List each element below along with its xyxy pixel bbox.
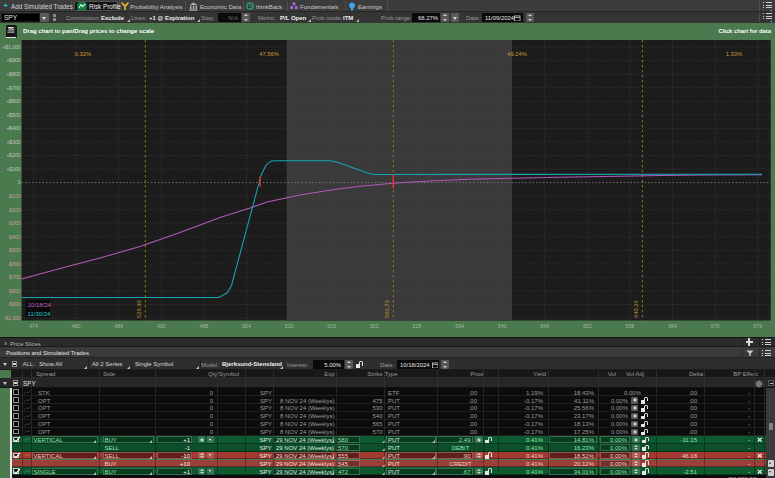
svg-text:+$1,000: +$1,000 xyxy=(2,44,20,50)
svg-text:-$1,000: -$1,000 xyxy=(4,315,21,321)
svg-text:566.73: 566.73 xyxy=(384,300,390,318)
svg-text:+$100: +$100 xyxy=(6,166,20,172)
svg-text:570: 570 xyxy=(711,323,720,329)
svg-text:480: 480 xyxy=(72,323,81,329)
svg-text:+$200: +$200 xyxy=(6,152,20,158)
svg-text:47.56%: 47.56% xyxy=(259,51,279,57)
svg-text:+$500: +$500 xyxy=(6,112,20,118)
svg-text:546: 546 xyxy=(540,323,549,329)
svg-text:576: 576 xyxy=(753,323,762,329)
svg-text:504: 504 xyxy=(242,323,251,329)
svg-text:-$500: -$500 xyxy=(8,247,21,253)
svg-text:522: 522 xyxy=(370,323,379,329)
svg-text:540: 540 xyxy=(498,323,507,329)
svg-text:-$100: -$100 xyxy=(8,193,21,199)
svg-text:552: 552 xyxy=(583,323,592,329)
svg-text:-$400: -$400 xyxy=(8,234,21,240)
svg-text:-$600: -$600 xyxy=(8,261,21,267)
svg-text:-$200: -$200 xyxy=(8,207,21,213)
svg-text:-$300: -$300 xyxy=(8,220,21,226)
svg-text:-$900: -$900 xyxy=(8,301,21,307)
svg-text:49.24%: 49.24% xyxy=(507,51,527,57)
svg-text:+$400: +$400 xyxy=(6,125,20,131)
svg-text:516: 516 xyxy=(327,323,336,329)
svg-text:558: 558 xyxy=(626,323,635,329)
svg-text:0.32%: 0.32% xyxy=(75,51,91,57)
svg-text:+$800: +$800 xyxy=(6,71,20,77)
svg-text:+$700: +$700 xyxy=(6,85,20,91)
svg-text:11/30/24: 11/30/24 xyxy=(28,311,52,317)
svg-text:498: 498 xyxy=(200,323,209,329)
svg-text:474: 474 xyxy=(29,323,38,329)
svg-text:510: 510 xyxy=(285,323,294,329)
svg-text:564: 564 xyxy=(668,323,677,329)
svg-text:526.30: 526.30 xyxy=(136,300,142,318)
svg-text:10/18/24: 10/18/24 xyxy=(28,302,52,308)
svg-text:-$700: -$700 xyxy=(8,274,21,280)
svg-text:+$900: +$900 xyxy=(6,57,20,63)
svg-text:534: 534 xyxy=(455,323,464,329)
svg-text:+$300: +$300 xyxy=(6,139,20,145)
svg-text:492: 492 xyxy=(157,323,166,329)
svg-text:528: 528 xyxy=(413,323,422,329)
svg-text:486: 486 xyxy=(114,323,123,329)
svg-text:+$600: +$600 xyxy=(6,98,20,104)
svg-text:-$800: -$800 xyxy=(8,288,21,294)
svg-text:1.33%: 1.33% xyxy=(726,51,742,57)
svg-text:0: 0 xyxy=(18,179,21,185)
svg-text:640.26: 640.26 xyxy=(633,300,639,318)
